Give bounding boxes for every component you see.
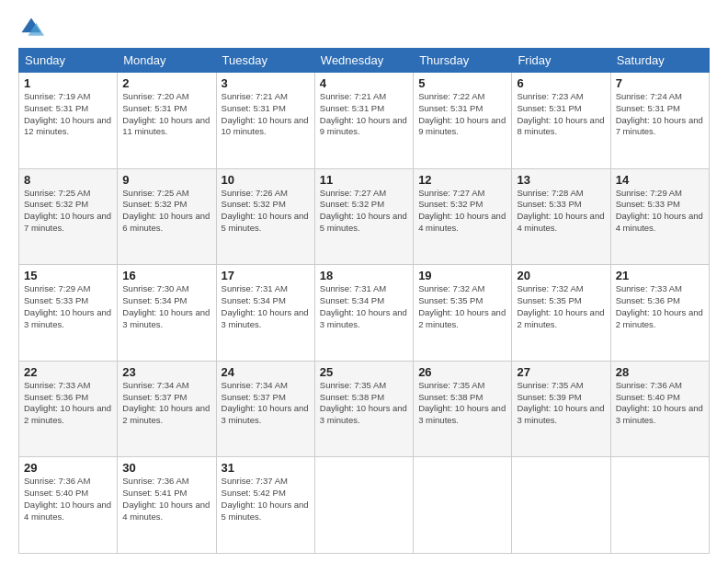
calendar-cell: 2 Sunrise: 7:20 AMSunset: 5:31 PMDayligh… (118, 73, 216, 169)
calendar-cell: 6 Sunrise: 7:23 AMSunset: 5:31 PMDayligh… (512, 73, 610, 169)
calendar-cell: 14 Sunrise: 7:29 AMSunset: 5:33 PMDaylig… (610, 168, 709, 265)
day-number: 31 (222, 461, 310, 475)
page: SundayMondayTuesdayWednesdayThursdayFrid… (0, 0, 728, 563)
day-info: Sunrise: 7:25 AMSunset: 5:32 PMDaylight:… (24, 188, 112, 235)
day-number: 29 (24, 461, 112, 475)
calendar-cell: 23 Sunrise: 7:34 AMSunset: 5:37 PMDaylig… (118, 361, 216, 457)
calendar-cell: 17 Sunrise: 7:31 AMSunset: 5:34 PMDaylig… (216, 265, 314, 362)
calendar-header-wednesday: Wednesday (314, 49, 413, 73)
day-info: Sunrise: 7:21 AMSunset: 5:31 PMDaylight:… (320, 91, 408, 138)
calendar-cell: 11 Sunrise: 7:27 AMSunset: 5:32 PMDaylig… (314, 168, 413, 265)
calendar-header-sunday: Sunday (19, 49, 118, 73)
day-number: 9 (122, 173, 210, 187)
day-number: 23 (122, 365, 210, 379)
day-number: 21 (616, 269, 704, 282)
day-number: 4 (320, 76, 408, 90)
day-info: Sunrise: 7:32 AMSunset: 5:35 PMDaylight:… (517, 283, 605, 330)
day-number: 30 (122, 461, 210, 475)
day-info: Sunrise: 7:36 AMSunset: 5:41 PMDaylight:… (122, 476, 210, 523)
day-info: Sunrise: 7:34 AMSunset: 5:37 PMDaylight:… (122, 380, 210, 427)
calendar-cell: 18 Sunrise: 7:31 AMSunset: 5:34 PMDaylig… (314, 265, 413, 362)
calendar-cell: 1 Sunrise: 7:19 AMSunset: 5:31 PMDayligh… (19, 73, 118, 169)
day-number: 27 (517, 365, 605, 379)
calendar-cell: 20 Sunrise: 7:32 AMSunset: 5:35 PMDaylig… (512, 265, 610, 362)
day-number: 10 (222, 173, 310, 187)
day-number: 24 (222, 365, 310, 379)
calendar-cell (512, 457, 610, 554)
calendar-cell: 3 Sunrise: 7:21 AMSunset: 5:31 PMDayligh… (216, 73, 314, 169)
day-number: 25 (320, 365, 408, 379)
day-number: 3 (222, 76, 310, 90)
calendar-cell: 16 Sunrise: 7:30 AMSunset: 5:34 PMDaylig… (118, 265, 216, 362)
day-info: Sunrise: 7:24 AMSunset: 5:31 PMDaylight:… (616, 91, 704, 138)
calendar-cell: 12 Sunrise: 7:27 AMSunset: 5:32 PMDaylig… (414, 168, 512, 265)
calendar-header-tuesday: Tuesday (216, 49, 314, 73)
calendar-cell: 22 Sunrise: 7:33 AMSunset: 5:36 PMDaylig… (19, 361, 118, 457)
calendar-cell: 10 Sunrise: 7:26 AMSunset: 5:32 PMDaylig… (216, 168, 314, 265)
day-info: Sunrise: 7:27 AMSunset: 5:32 PMDaylight:… (418, 188, 506, 235)
calendar-header-monday: Monday (118, 49, 216, 73)
day-number: 17 (222, 269, 310, 282)
calendar-table: SundayMondayTuesdayWednesdayThursdayFrid… (18, 48, 710, 554)
calendar-header-thursday: Thursday (414, 49, 512, 73)
day-info: Sunrise: 7:37 AMSunset: 5:42 PMDaylight:… (222, 476, 310, 523)
calendar-cell: 7 Sunrise: 7:24 AMSunset: 5:31 PMDayligh… (610, 73, 709, 169)
day-info: Sunrise: 7:31 AMSunset: 5:34 PMDaylight:… (320, 283, 408, 330)
day-number: 1 (24, 76, 112, 90)
day-info: Sunrise: 7:35 AMSunset: 5:38 PMDaylight:… (320, 380, 408, 427)
calendar-week-row: 15 Sunrise: 7:29 AMSunset: 5:33 PMDaylig… (19, 265, 710, 362)
day-info: Sunrise: 7:25 AMSunset: 5:32 PMDaylight:… (122, 188, 210, 235)
day-info: Sunrise: 7:30 AMSunset: 5:34 PMDaylight:… (122, 283, 210, 330)
calendar-cell: 21 Sunrise: 7:33 AMSunset: 5:36 PMDaylig… (610, 265, 709, 362)
day-info: Sunrise: 7:31 AMSunset: 5:34 PMDaylight:… (222, 283, 310, 330)
calendar-cell: 31 Sunrise: 7:37 AMSunset: 5:42 PMDaylig… (216, 457, 314, 554)
day-number: 12 (418, 173, 506, 187)
day-number: 11 (320, 173, 408, 187)
calendar-cell (414, 457, 512, 554)
calendar-cell: 13 Sunrise: 7:28 AMSunset: 5:33 PMDaylig… (512, 168, 610, 265)
day-info: Sunrise: 7:19 AMSunset: 5:31 PMDaylight:… (24, 91, 112, 138)
day-number: 8 (24, 173, 112, 187)
day-info: Sunrise: 7:36 AMSunset: 5:40 PMDaylight:… (616, 380, 704, 427)
day-info: Sunrise: 7:29 AMSunset: 5:33 PMDaylight:… (24, 283, 112, 330)
logo (18, 15, 48, 40)
calendar-header-saturday: Saturday (610, 49, 709, 73)
day-info: Sunrise: 7:22 AMSunset: 5:31 PMDaylight:… (418, 91, 506, 138)
day-number: 16 (122, 269, 210, 282)
calendar-cell: 4 Sunrise: 7:21 AMSunset: 5:31 PMDayligh… (314, 73, 413, 169)
day-info: Sunrise: 7:29 AMSunset: 5:33 PMDaylight:… (616, 188, 704, 235)
day-info: Sunrise: 7:35 AMSunset: 5:39 PMDaylight:… (517, 380, 605, 427)
calendar-header-friday: Friday (512, 49, 610, 73)
day-number: 5 (418, 76, 506, 90)
day-info: Sunrise: 7:28 AMSunset: 5:33 PMDaylight:… (517, 188, 605, 235)
calendar-cell: 8 Sunrise: 7:25 AMSunset: 5:32 PMDayligh… (19, 168, 118, 265)
day-number: 19 (418, 269, 506, 282)
day-number: 13 (517, 173, 605, 187)
calendar-cell: 28 Sunrise: 7:36 AMSunset: 5:40 PMDaylig… (610, 361, 709, 457)
calendar-cell: 25 Sunrise: 7:35 AMSunset: 5:38 PMDaylig… (314, 361, 413, 457)
day-number: 6 (517, 76, 605, 90)
day-number: 2 (122, 76, 210, 90)
calendar-week-row: 1 Sunrise: 7:19 AMSunset: 5:31 PMDayligh… (19, 73, 710, 169)
calendar-header-row: SundayMondayTuesdayWednesdayThursdayFrid… (19, 49, 710, 73)
calendar-cell (610, 457, 709, 554)
calendar-cell: 24 Sunrise: 7:34 AMSunset: 5:37 PMDaylig… (216, 361, 314, 457)
day-number: 22 (24, 365, 112, 379)
calendar-week-row: 22 Sunrise: 7:33 AMSunset: 5:36 PMDaylig… (19, 361, 710, 457)
day-info: Sunrise: 7:20 AMSunset: 5:31 PMDaylight:… (122, 91, 210, 138)
calendar-cell: 15 Sunrise: 7:29 AMSunset: 5:33 PMDaylig… (19, 265, 118, 362)
calendar-cell: 9 Sunrise: 7:25 AMSunset: 5:32 PMDayligh… (118, 168, 216, 265)
day-info: Sunrise: 7:27 AMSunset: 5:32 PMDaylight:… (320, 188, 408, 235)
day-info: Sunrise: 7:33 AMSunset: 5:36 PMDaylight:… (616, 283, 704, 330)
day-number: 14 (616, 173, 704, 187)
day-info: Sunrise: 7:26 AMSunset: 5:32 PMDaylight:… (222, 188, 310, 235)
logo-icon (18, 15, 44, 40)
header (18, 15, 710, 40)
calendar-cell: 5 Sunrise: 7:22 AMSunset: 5:31 PMDayligh… (414, 73, 512, 169)
day-info: Sunrise: 7:23 AMSunset: 5:31 PMDaylight:… (517, 91, 605, 138)
day-info: Sunrise: 7:21 AMSunset: 5:31 PMDaylight:… (222, 91, 310, 138)
day-number: 15 (24, 269, 112, 282)
day-number: 26 (418, 365, 506, 379)
day-info: Sunrise: 7:36 AMSunset: 5:40 PMDaylight:… (24, 476, 112, 523)
calendar-cell: 27 Sunrise: 7:35 AMSunset: 5:39 PMDaylig… (512, 361, 610, 457)
